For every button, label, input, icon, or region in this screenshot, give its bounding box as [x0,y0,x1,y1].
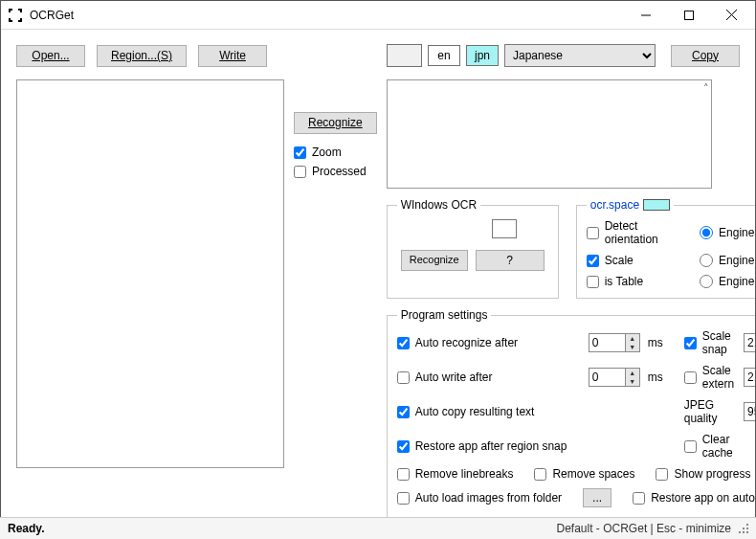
jpeg-quality-spinner[interactable]: ▲▼ [744,402,756,421]
processed-label: Processed [312,165,367,178]
region-button[interactable]: Region...(S) [97,45,187,67]
winocr-recognize-button[interactable]: Recognize [401,250,468,271]
maximize-button[interactable] [667,1,710,29]
lang-jpn-button[interactable]: jpn [466,45,499,66]
output-textarea[interactable]: ˄ [387,79,712,189]
browse-folder-button[interactable]: ... [583,488,611,507]
scale-extern-spinner[interactable]: ▲▼ [744,368,756,387]
jpeg-quality-label: JPEG quality [684,398,734,425]
zoom-label: Zoom [312,146,342,159]
resize-grip-icon[interactable] [737,522,750,535]
auto-write-checkbox[interactable]: Auto write after [397,371,579,384]
program-settings-legend: Program settings [397,308,492,322]
open-label: Open... [32,49,69,62]
svg-rect-5 [746,528,748,529]
svg-rect-1 [684,11,693,19]
zoom-checkbox[interactable]: Zoom [294,146,342,159]
engine1-radio[interactable]: Engine 1 [700,226,756,239]
toolbar: Open... Region...(S) Write en jpn Japane… [16,43,740,68]
istable-checkbox[interactable]: is Table [587,275,680,288]
windows-ocr-group: WIndows OCR Recognize ? [387,198,559,299]
status-ready: Ready. [8,522,44,535]
engine3-radio[interactable]: Engine 3 [700,275,756,288]
restore-snap-checkbox[interactable]: Restore app after region snap [397,439,675,453]
auto-copy-checkbox[interactable]: Auto copy resulting text [397,405,675,418]
region-label: Region...(S) [111,49,172,62]
windows-ocr-legend: WIndows OCR [397,198,480,212]
close-button[interactable] [710,1,753,29]
clear-cache-checkbox[interactable]: Clear cache [684,433,756,460]
restore-auto-load-checkbox[interactable]: Restore app on auto load [633,491,756,505]
ocrspace-legend: ocr.space [587,198,674,212]
processed-checkbox-input[interactable] [294,166,306,178]
winocr-swatch[interactable] [492,219,517,238]
status-bar: Ready. Default - OCRGet | Esc - minimize [0,517,756,539]
svg-rect-4 [746,524,748,526]
svg-rect-8 [743,531,745,533]
show-progress-checkbox[interactable]: Show progress [656,467,750,481]
image-drop-area[interactable] [16,79,284,468]
svg-rect-6 [746,531,748,533]
remove-linebreaks-checkbox[interactable]: Remove linebreaks [397,467,514,481]
zoom-checkbox-input[interactable] [294,146,306,159]
scale-snap-checkbox[interactable]: Scale snap [684,329,734,356]
winocr-help-button[interactable]: ? [476,250,545,271]
recognize-button[interactable]: Recognize [294,112,377,134]
auto-load-folder-checkbox[interactable]: Auto load images from folder [397,491,562,505]
recognize-label: Recognize [308,116,363,129]
minimize-button[interactable] [624,1,667,29]
status-right-text: Default - OCRGet | Esc - minimize [557,522,731,535]
scroll-up-icon: ˄ [703,82,709,95]
detect-orientation-checkbox[interactable]: Detect orientation [587,219,680,246]
program-settings-group: Program settings Auto recognize after ▲▼… [387,308,756,518]
svg-rect-9 [739,531,741,533]
open-button[interactable]: Open... [16,45,85,67]
scale-snap-spinner[interactable]: ▲▼ [744,333,756,352]
copy-button[interactable]: Copy [671,45,740,67]
scale-checkbox[interactable]: Scale [587,254,680,267]
spinner-arrows[interactable]: ▲▼ [625,333,640,352]
svg-rect-7 [743,528,745,529]
auto-recognize-checkbox[interactable]: Auto recognize after [397,336,579,349]
window-title: OCRGet [30,9,74,22]
write-button[interactable]: Write [198,45,267,67]
ocrspace-swatch[interactable] [643,199,670,211]
ocrspace-group: ocr.space Detect orientation Engine 1 [576,198,756,299]
scale-extern-checkbox[interactable]: Scale extern [684,364,734,391]
language-select[interactable]: Japanese [504,44,656,67]
lang-en-button[interactable]: en [428,45,460,66]
processed-checkbox[interactable]: Processed [294,165,367,178]
auto-write-spinner[interactable]: ▲▼ [589,368,640,387]
write-label: Write [219,49,246,62]
lang-swatch-button[interactable] [387,44,422,67]
copy-label: Copy [692,49,719,62]
auto-recognize-spinner[interactable]: ▲▼ [589,333,640,352]
remove-spaces-checkbox[interactable]: Remove spaces [534,467,634,481]
app-icon [9,9,22,22]
engine2-radio[interactable]: Engine 2 [700,254,756,267]
title-bar: OCRGet [1,1,755,30]
